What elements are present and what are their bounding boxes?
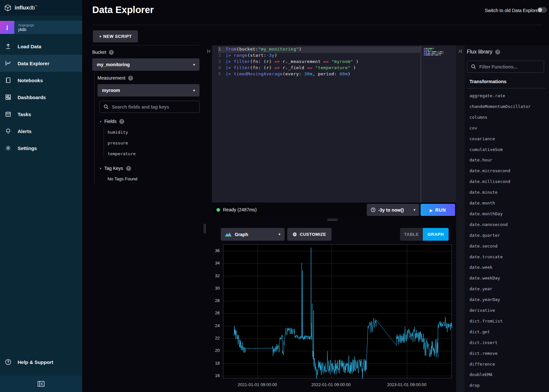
editor-scrollbar[interactable] (421, 45, 421, 203)
y-tick-label: 18 (207, 361, 220, 366)
horizontal-splitter-handle[interactable] (327, 219, 338, 219)
sidebar-item-help-support[interactable]: Help & Support (0, 354, 82, 370)
flux-function-aggregate.rate[interactable]: aggregate.rate (469, 93, 505, 98)
calendar-icon (5, 111, 12, 118)
flux-function-date.truncate[interactable]: date.truncate (469, 254, 503, 259)
measurement-dropdown[interactable]: myroom▾ (97, 84, 200, 97)
flux-function-date.year[interactable]: date.year (469, 286, 492, 291)
collapse-flux-panel-icon[interactable] (458, 49, 462, 53)
sidebar-item-tasks[interactable]: Tasks (0, 106, 82, 123)
customize-button[interactable]: ⚙ CUSTOMIZE (287, 228, 332, 241)
time-range-dropdown[interactable]: -3y to now() ▾ (367, 204, 419, 216)
y-tick-label: 20 (207, 348, 220, 353)
flux-function-date.monthDay[interactable]: date.monthDay (469, 211, 503, 216)
run-query-button[interactable]: ▶ RUN (421, 204, 455, 216)
flux-function-date.microsecond[interactable]: date.microsecond (469, 168, 510, 173)
code-text: |> range(start:-3y) (226, 53, 277, 58)
flux-function-date.nanosecond[interactable]: date.nanosecond (469, 222, 508, 227)
editor-line-5[interactable]: 5|> timedMovingAverage(every: 30m, perio… (212, 71, 456, 78)
fields-section-header[interactable]: ▾ Fields ? (100, 119, 124, 124)
sidebar-collapse-button[interactable] (0, 376, 82, 392)
flux-function-dict.remove[interactable]: dict.remove (469, 351, 497, 356)
sidebar-item-alerts[interactable]: Alerts (0, 123, 82, 140)
bucket-help-icon[interactable]: ? (109, 50, 114, 55)
flux-function-date.week[interactable]: date.week (469, 265, 492, 270)
flux-function-dict.fromList[interactable]: dict.fromList (469, 319, 503, 324)
vertical-splitter-handle[interactable] (205, 224, 206, 234)
chevron-down-icon: ▾ (278, 232, 280, 236)
editor-line-2[interactable]: 2|> range(start:-3y) (212, 53, 456, 59)
line-number: 4 (212, 65, 221, 70)
flux-function-cumulativeSum[interactable]: cumulativeSum (469, 147, 503, 152)
vertical-splitter-handle[interactable] (204, 224, 204, 234)
caret-down-icon: ▾ (100, 167, 101, 170)
flux-function-date.month[interactable]: date.month (469, 201, 495, 205)
sidebar: influxdb™ j hogegoge j4db Load DataData … (0, 0, 82, 392)
flux-function-doubleEMA[interactable]: doubleEMA (469, 372, 492, 377)
tree-guide-line (104, 127, 104, 158)
filter-functions-input[interactable]: Filter Functions... (467, 61, 544, 73)
time-series-chart[interactable] (223, 244, 452, 378)
flux-function-drop[interactable]: drop (469, 383, 480, 388)
field-item-pressure[interactable]: pressure (108, 141, 128, 145)
flux-function-cov[interactable]: cov (469, 126, 477, 130)
flux-library-help-icon[interactable]: ? (495, 50, 500, 54)
visualization-type-dropdown[interactable]: Graph ▾ (221, 228, 285, 241)
field-item-humidity[interactable]: humidity (108, 130, 128, 135)
flux-function-dict.insert[interactable]: dict.insert (469, 340, 497, 345)
tag-keys-section-header[interactable]: ▾ Tag Keys ? (100, 166, 131, 171)
horizontal-splitter-handle[interactable] (327, 220, 338, 221)
new-script-button[interactable]: + NEW SCRIPT (93, 30, 138, 42)
tag-keys-help-icon[interactable]: ? (126, 166, 131, 171)
bell-icon (5, 128, 12, 135)
flux-function-date.minute[interactable]: date.minute (469, 190, 497, 195)
header-divider (92, 25, 542, 25)
y-tick-label: 28 (207, 298, 220, 303)
flux-function-dict.get[interactable]: dict.get (469, 329, 490, 334)
editor-minimap[interactable] (424, 48, 454, 56)
table-view-button[interactable]: TABLE (400, 228, 423, 241)
editor-line-4[interactable]: 4|> filter(fn: (r) => r._field == "tempe… (212, 65, 456, 71)
flux-function-date.weekDay[interactable]: date.weekDay (469, 276, 500, 280)
logo-wordmark: influxdb™ (15, 5, 37, 11)
status-text: Ready (2487ms) (223, 207, 257, 212)
user-account-switcher[interactable]: j hogegoge j4db (0, 21, 82, 34)
fields-help-icon[interactable]: ? (119, 119, 124, 124)
flux-function-date.quarter[interactable]: date.quarter (469, 233, 500, 238)
field-item-temperature[interactable]: temperature (108, 151, 136, 156)
flux-function-date.hour[interactable]: date.hour (469, 158, 492, 162)
editor-line-1[interactable]: 1from(bucket:"my_monitoring") (212, 47, 456, 53)
graph-view-button[interactable]: GRAPH (423, 228, 449, 241)
y-tick-label: 34 (207, 261, 220, 265)
flux-code-editor[interactable]: 1from(bucket:"my_monitoring")2|> range(s… (212, 45, 456, 203)
chevron-down-icon: ▾ (193, 88, 195, 93)
sidebar-item-notebooks[interactable]: Notebooks (0, 72, 82, 89)
sidebar-item-load-data[interactable]: Load Data (0, 38, 82, 55)
flux-function-date.second[interactable]: date.second (469, 244, 497, 249)
collapse-editor-left-icon[interactable] (207, 49, 211, 53)
measurement-help-icon[interactable]: ? (128, 76, 133, 81)
bucket-dropdown[interactable]: my_monitoring▾ (92, 58, 200, 71)
flux-function-derivative[interactable]: derivative (469, 308, 495, 313)
flux-function-covariance[interactable]: covariance (469, 136, 495, 141)
flux-function-date.yearDay[interactable]: date.yearDay (469, 297, 500, 302)
sidebar-item-settings[interactable]: Settings (0, 140, 82, 157)
notebook-icon (5, 77, 12, 84)
sidebar-item-dashboards[interactable]: Dashboards (0, 89, 82, 106)
y-tick-label: 32 (207, 273, 220, 278)
chevron-down-icon: ▾ (413, 208, 415, 212)
toggle-knob (538, 8, 542, 12)
fields-search-input[interactable]: Search fields and tag keys (99, 101, 200, 113)
sidebar-item-data-explorer[interactable]: Data Explorer (0, 55, 82, 72)
editor-line-3[interactable]: 3|> filter(fn: (r) => r._measurement == … (212, 59, 456, 65)
divider (467, 88, 546, 88)
y-tick-label: 26 (207, 310, 220, 315)
influxdb-logo[interactable]: influxdb™ (0, 0, 82, 16)
switch-old-explorer-toggle[interactable] (537, 7, 547, 13)
code-text: |> timedMovingAverage(every: 30m, period… (226, 71, 350, 76)
flux-function-date.millisecond[interactable]: date.millisecond (469, 179, 510, 184)
flux-function-chandeMomentumOscillator[interactable]: chandeMomentumOscillator (469, 104, 531, 109)
flux-function-columns[interactable]: columns (469, 115, 487, 120)
sidebar-item-label: Settings (18, 145, 37, 151)
flux-function-difference[interactable]: difference (469, 362, 495, 367)
